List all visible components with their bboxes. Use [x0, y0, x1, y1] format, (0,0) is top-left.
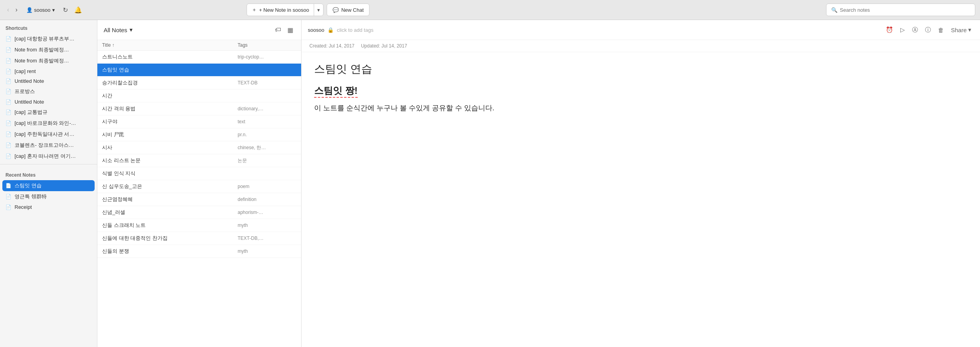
note-title-cell: 시간 — [97, 89, 233, 102]
note-layout-icon-button[interactable]: ▦ — [286, 25, 295, 35]
sidebar-shortcut-item[interactable]: 📄Untitled Note — [0, 97, 97, 107]
shortcut-label: Note from 최종발예정… — [15, 46, 69, 53]
table-row[interactable]: 스트니스노트trip-cyclop… — [97, 51, 301, 64]
note-tag-cell: poem — [233, 180, 301, 193]
table-row[interactable]: 신근염정혜혜definition — [97, 193, 301, 206]
note-title: 스팀잇 연습 — [314, 62, 967, 77]
at-mention-button[interactable]: Ⓐ — [910, 25, 920, 35]
new-chat-button[interactable]: 💬 New Chat — [327, 4, 369, 16]
share-chevron-icon: ▾ — [968, 26, 971, 33]
sync-button[interactable]: ↻ — [61, 5, 69, 15]
note-tag-cell: 논문 — [233, 154, 301, 167]
note-title-cell: 신근염정혜혜 — [97, 193, 233, 206]
note-title-cell: 시소 리스트 논문 — [97, 154, 233, 167]
user-avatar-icon: 👤 — [26, 7, 33, 13]
table-row[interactable]: 신들 스크래치 노트myth — [97, 219, 301, 232]
shortcut-doc-icon: 📄 — [5, 47, 11, 53]
table-row[interactable]: 신 십우도송_고은poem — [97, 180, 301, 193]
shortcut-doc-icon: 📄 — [5, 153, 11, 159]
new-note-main-button[interactable]: ＋ + New Note in soosoo — [247, 4, 314, 16]
note-tag-cell: trip-cyclop… — [233, 51, 301, 64]
user-account-button[interactable]: 👤 soosoo ▾ — [23, 5, 58, 15]
info-button[interactable]: ⓘ — [923, 25, 933, 35]
all-notes-chevron-icon: ▾ — [130, 26, 133, 33]
note-subtitle: 스팀잇 짱! — [314, 84, 967, 98]
recent-notes-header: Recent Notes — [0, 167, 97, 180]
sidebar-scroll: Shortcuts 📄[cap] 대항항공 뷰루츠부…📄Note from 최종… — [0, 20, 97, 347]
table-row[interactable]: 신들에 대한 대중적인 찬가집TEXT-DB,… — [97, 232, 301, 245]
main-content: Shortcuts 📄[cap] 대항항공 뷰루츠부…📄Note from 최종… — [0, 20, 980, 347]
note-title-cell: 신들에 대한 대중적인 찬가집 — [97, 232, 233, 245]
sidebar-shortcut-item[interactable]: 📄Note from 최종발예정… — [0, 55, 97, 66]
sidebar-shortcut-item[interactable]: 📄[cap] 혼자 떠나려면 여기… — [0, 151, 97, 162]
note-tag-cell — [233, 64, 301, 77]
table-row[interactable]: 시구야text — [97, 115, 301, 128]
trash-button[interactable]: 🗑 — [936, 25, 946, 35]
table-row[interactable]: 시간 격의 용법dictionary,… — [97, 102, 301, 115]
shortcut-doc-icon: 📄 — [5, 69, 11, 74]
back-button[interactable]: ‹ — [5, 5, 11, 15]
notes-list-panel: All Notes ▾ 🏷 ▦ Title ↑ Tags — [97, 20, 302, 347]
table-row[interactable]: 신념_러셀aphorism-… — [97, 206, 301, 219]
shortcut-doc-icon: 📄 — [5, 58, 11, 64]
notifications-button[interactable]: 🔔 — [73, 5, 84, 15]
plus-icon: ＋ — [252, 6, 257, 13]
chevron-down-icon: ▾ — [317, 7, 320, 13]
note-title-cell: 식별 인식 지식 — [97, 167, 233, 180]
note-title-cell: 신들 스크래치 노트 — [97, 219, 233, 232]
recent-doc-icon: 📄 — [5, 205, 11, 210]
sidebar-shortcut-item[interactable]: 📄[cap] 바로크문화와 와인-… — [0, 118, 97, 129]
shortcut-label: Untitled Note — [15, 99, 44, 105]
topbar-right: 🔍 — [532, 4, 975, 16]
recent-label: 스팀잇 연습 — [15, 182, 42, 189]
shortcut-doc-icon: 📄 — [5, 99, 11, 105]
sidebar-shortcut-item[interactable]: 📄[cap] 교통법규 — [0, 107, 97, 118]
table-row[interactable]: 시사chinese, 한… — [97, 141, 301, 154]
note-lock-icon[interactable]: 🔒 — [327, 27, 334, 33]
note-body: 이 노트를 순식간에 누구나 볼 수있게 공유할 수 있습니다. — [314, 102, 967, 114]
nav-buttons: ‹ › — [5, 5, 20, 15]
table-row[interactable]: 신들의 분쟁myth — [97, 245, 301, 258]
forward-button[interactable]: › — [13, 5, 20, 15]
present-button[interactable]: ▷ — [898, 25, 907, 35]
table-row[interactable]: 승가리찰소집경TEXT-DB — [97, 77, 301, 89]
notes-data-table: Title ↑ Tags 스트니스노트trip-cyclop…스팀잇 연습승가리… — [97, 40, 301, 258]
chat-icon: 💬 — [333, 7, 339, 13]
note-title-cell: 시간 격의 용법 — [97, 102, 233, 115]
sidebar-shortcut-item[interactable]: 📄[cap] 대항항공 뷰루츠부… — [0, 33, 97, 44]
sidebar-shortcut-item[interactable]: 📄[cap] rent — [0, 66, 97, 76]
shortcut-doc-icon: 📄 — [5, 121, 11, 126]
table-row[interactable]: 스팀잇 연습 — [97, 64, 301, 77]
search-input[interactable] — [840, 7, 970, 13]
share-button[interactable]: Share ▾ — [949, 25, 974, 35]
table-row[interactable]: 시간 — [97, 89, 301, 102]
search-box: 🔍 — [826, 4, 975, 16]
new-note-dropdown-button[interactable]: ▾ — [314, 4, 323, 16]
shortcut-doc-icon: 📄 — [5, 79, 11, 84]
sidebar-shortcut-item[interactable]: 📄코블렌츠- 장크트고아스… — [0, 140, 97, 151]
sidebar-recent-item[interactable]: 📄영근특 領群特 — [0, 191, 97, 202]
note-tags-field[interactable]: click to add tags — [337, 27, 373, 33]
notes-list-header: All Notes ▾ 🏷 ▦ — [97, 20, 301, 40]
note-tag-cell — [233, 89, 301, 102]
note-title-cell: 신념_러셀 — [97, 206, 233, 219]
sidebar-shortcut-item[interactable]: 📄프로방스 — [0, 86, 97, 97]
sidebar-shortcut-item[interactable]: 📄[cap] 주한독일대사관 서… — [0, 129, 97, 140]
sidebar-recent-item[interactable]: 📄Receipt — [0, 202, 97, 212]
sidebar-shortcut-item[interactable]: 📄Note from 최종발예정… — [0, 44, 97, 55]
table-row[interactable]: 식별 인식 지식 — [97, 167, 301, 180]
shortcut-label: 프로방스 — [15, 88, 35, 95]
recent-label: 영근특 領群特 — [15, 193, 47, 200]
note-tag-cell — [233, 167, 301, 180]
all-notes-title[interactable]: All Notes ▾ — [104, 26, 133, 33]
user-chevron-icon: ▾ — [52, 7, 55, 13]
shortcut-doc-icon: 📄 — [5, 142, 11, 148]
note-content-area: 스팀잇 연습 스팀잇 짱! 이 노트를 순식간에 누구나 볼 수있게 공유할 수… — [302, 52, 980, 347]
reminder-button[interactable]: ⏰ — [883, 25, 896, 35]
sidebar-shortcut-item[interactable]: 📄Untitled Note — [0, 76, 97, 86]
sidebar-recent-item[interactable]: 📄스팀잇 연습 — [2, 180, 95, 191]
table-row[interactable]: 시소 리스트 논문논문 — [97, 154, 301, 167]
sidebar-divider — [0, 164, 97, 164]
table-row[interactable]: 시비 尸毘pr.n. — [97, 128, 301, 141]
note-info-icon-button[interactable]: 🏷 — [273, 25, 283, 35]
